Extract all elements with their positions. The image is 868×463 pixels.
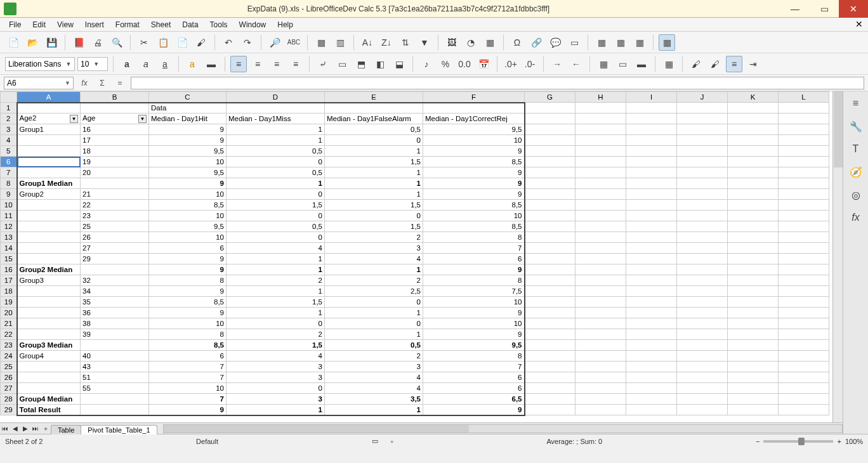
minimize-button[interactable]: — <box>780 0 810 18</box>
row-header[interactable]: 18 <box>1 286 17 297</box>
cell[interactable] <box>626 394 677 405</box>
cell[interactable]: 0 <box>227 211 325 221</box>
tab-prev-button[interactable]: ◀ <box>10 424 20 434</box>
cell[interactable] <box>525 264 575 275</box>
cell[interactable]: 4 <box>325 254 423 264</box>
cell[interactable]: 2,5 <box>325 286 423 297</box>
cell[interactable] <box>779 340 829 351</box>
filter-dropdown-icon[interactable]: ▼ <box>138 115 147 123</box>
cell[interactable] <box>17 167 81 178</box>
row-button[interactable]: ▦ <box>313 34 329 51</box>
cell[interactable]: 3 <box>325 362 423 372</box>
sort-desc-button[interactable]: Z↓ <box>378 34 395 51</box>
zoom-knob[interactable] <box>798 438 805 445</box>
cell[interactable]: 9 <box>149 308 227 318</box>
cell[interactable] <box>779 308 829 318</box>
cell[interactable]: 34 <box>81 286 149 297</box>
cell[interactable]: 9,5 <box>149 167 227 178</box>
cell[interactable]: 9 <box>423 167 525 178</box>
cell[interactable]: 2 <box>325 275 423 286</box>
wrap-text-button[interactable]: ⤶ <box>315 56 331 72</box>
cell[interactable]: 8,5 <box>423 200 525 211</box>
cell[interactable]: 2 <box>325 351 423 362</box>
sidebar-toggle-button[interactable]: ⇥ <box>745 56 761 72</box>
cell[interactable] <box>779 221 829 232</box>
function-button[interactable]: = <box>113 77 127 89</box>
cell[interactable]: 0 <box>325 297 423 308</box>
cell[interactable] <box>17 200 81 211</box>
cell[interactable] <box>525 275 575 286</box>
sidebar-gallery-icon[interactable]: T <box>848 141 864 157</box>
align-justify-button[interactable]: ≡ <box>287 56 304 72</box>
cell[interactable] <box>779 211 829 221</box>
cell[interactable] <box>728 124 779 135</box>
cell[interactable] <box>525 405 575 415</box>
cell[interactable]: 8,5 <box>149 200 227 211</box>
cell[interactable]: 0 <box>325 211 423 221</box>
format-paintbrush-button[interactable]: 🖌 <box>193 34 209 51</box>
cell[interactable]: 0 <box>227 383 325 394</box>
formula-input[interactable] <box>131 77 864 89</box>
cell[interactable] <box>525 351 575 362</box>
row-header[interactable]: 8 <box>1 178 17 189</box>
cell[interactable]: 10 <box>423 318 525 329</box>
cell[interactable] <box>728 329 779 340</box>
cell[interactable] <box>677 308 728 318</box>
cell[interactable] <box>525 103 575 114</box>
cell[interactable]: 1 <box>325 178 423 189</box>
cell[interactable] <box>677 329 728 340</box>
cell[interactable] <box>728 103 779 114</box>
cell[interactable] <box>779 167 829 178</box>
cell[interactable] <box>779 157 829 167</box>
cell[interactable]: 8,5 <box>423 221 525 232</box>
cell[interactable] <box>677 264 728 275</box>
cell[interactable]: 6 <box>149 243 227 254</box>
cell[interactable] <box>779 297 829 308</box>
cell[interactable] <box>17 286 81 297</box>
menu-insert[interactable]: Insert <box>80 19 109 30</box>
cell[interactable]: 1 <box>227 178 325 189</box>
cell[interactable] <box>525 297 575 308</box>
cell[interactable]: 1 <box>227 135 325 146</box>
cell[interactable] <box>626 362 677 372</box>
sum-button[interactable]: Σ <box>95 77 109 89</box>
cell[interactable]: 7 <box>149 372 227 383</box>
cell[interactable] <box>677 103 728 114</box>
cell[interactable] <box>677 254 728 264</box>
cell[interactable] <box>677 351 728 362</box>
cell[interactable]: 2 <box>325 232 423 243</box>
cell[interactable]: 9 <box>149 264 227 275</box>
name-box[interactable]: A6▼ <box>4 77 74 89</box>
cell[interactable] <box>779 286 829 297</box>
add-decimal-button[interactable]: .0+ <box>503 56 519 72</box>
autofilter-button[interactable]: ▼ <box>416 34 433 51</box>
cell[interactable]: 1 <box>227 308 325 318</box>
cell[interactable] <box>728 243 779 254</box>
row-header[interactable]: 24 <box>1 351 17 362</box>
row-header[interactable]: 7 <box>1 167 17 178</box>
cell[interactable] <box>626 351 677 362</box>
save-button[interactable]: 💾 <box>43 34 60 51</box>
cell[interactable] <box>525 286 575 297</box>
cell[interactable]: 1 <box>325 308 423 318</box>
cell[interactable] <box>728 286 779 297</box>
cell[interactable]: 27 <box>81 243 149 254</box>
cell[interactable] <box>17 232 81 243</box>
cell[interactable] <box>575 243 626 254</box>
cell[interactable]: Median - Day1Miss <box>227 114 325 124</box>
cell[interactable] <box>525 394 575 405</box>
insert-chart-button[interactable]: ◔ <box>463 34 479 51</box>
row-header[interactable]: 11 <box>1 211 17 221</box>
cell[interactable]: 0,5 <box>227 146 325 157</box>
cell[interactable] <box>728 211 779 221</box>
column-header-F[interactable]: F <box>423 92 525 103</box>
cell[interactable] <box>17 221 81 232</box>
cell[interactable] <box>626 243 677 254</box>
cell[interactable] <box>423 103 525 114</box>
cell[interactable]: 9 <box>149 178 227 189</box>
cell[interactable] <box>17 211 81 221</box>
cell[interactable]: 17 <box>81 135 149 146</box>
font-size-combo[interactable]: 10▼ <box>77 57 108 71</box>
italic-button[interactable]: a <box>138 56 154 72</box>
align-bottom-button[interactable]: ⬓ <box>391 56 407 72</box>
